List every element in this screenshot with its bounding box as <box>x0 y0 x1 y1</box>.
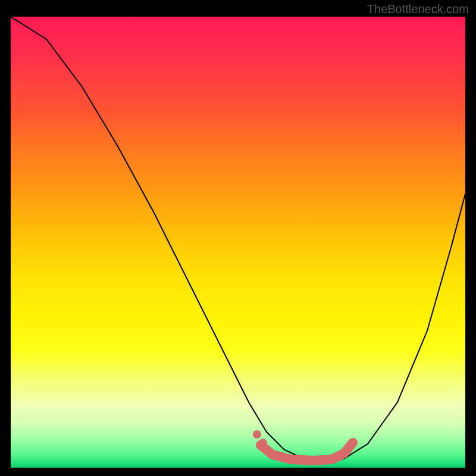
highlight-dot-2 <box>259 439 267 447</box>
watermark-text: TheBottleneck.com <box>367 2 469 16</box>
main-curve <box>11 17 465 461</box>
highlight-dot-1 <box>253 430 261 439</box>
highlight-curve <box>261 443 353 461</box>
chart-plot-area <box>11 17 465 468</box>
chart-svg <box>11 17 465 468</box>
